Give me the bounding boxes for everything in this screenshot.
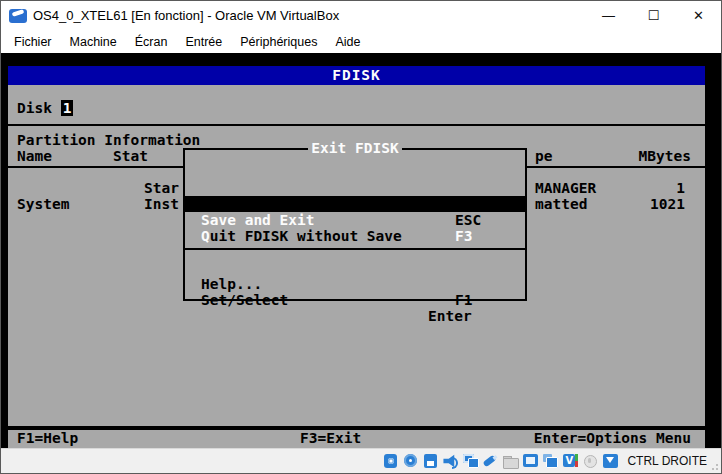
keyboard-capture-icon[interactable] [602, 453, 619, 469]
shortcut-key: F1 [455, 292, 472, 308]
fdisk-title: FDISK [8, 66, 705, 85]
usb-icon[interactable] [482, 453, 499, 469]
dialog-title: Exit FDISK [185, 140, 525, 156]
window-controls: — ☐ ✕ [586, 1, 721, 30]
host-statusbar: CTRL DROITE [1, 448, 721, 473]
shared-folder-icon[interactable] [502, 453, 519, 469]
footer-options-menu: Enter=Options Menu [534, 430, 691, 446]
close-button[interactable]: ✕ [676, 1, 721, 30]
network-icon[interactable] [462, 453, 479, 469]
floppy-icon[interactable] [422, 453, 439, 469]
menu-aide[interactable]: Aide [326, 32, 369, 52]
hotkey-letter: Q [201, 228, 210, 244]
row1-mbytes: 1 [535, 180, 685, 196]
minimize-button[interactable]: — [586, 1, 631, 30]
shortcut-key: F3 [455, 228, 472, 244]
shortcut-key: Enter [428, 308, 472, 324]
menu-fichier[interactable]: Fichier [5, 32, 61, 52]
separator-line [8, 124, 705, 126]
virtualbox-window: OS4_0_XTEL61 [En fonction] - Oracle VM V… [0, 0, 722, 474]
mouse-integration-icon[interactable] [582, 453, 599, 469]
window-titlebar[interactable]: OS4_0_XTEL61 [En fonction] - Oracle VM V… [1, 1, 721, 30]
resize-grip[interactable] [711, 463, 719, 471]
optical-disc-icon[interactable] [402, 453, 419, 469]
row1-status: Star [144, 180, 179, 196]
col-header-status: Stat [113, 148, 148, 164]
row2-mbytes: 1021 [535, 196, 685, 212]
display-icon[interactable] [522, 453, 539, 469]
audio-icon[interactable] [442, 453, 459, 469]
window-title: OS4_0_XTEL61 [En fonction] - Oracle VM V… [33, 8, 339, 23]
maximize-button[interactable]: ☐ [631, 1, 676, 30]
col-header-mbytes: MBytes [535, 148, 691, 164]
dialog-separator [185, 248, 525, 250]
menu-entree[interactable]: Entrée [176, 32, 231, 52]
menu-option-set-select[interactable]: Set/Select Enter [185, 276, 525, 292]
menu-option-quit[interactable]: Quit FDISK without Save [185, 212, 525, 228]
row2-status: Inst [144, 196, 179, 212]
virtualization-icon[interactable] [562, 453, 579, 469]
menubar: Fichier Machine Écran Entrée Périphériqu… [1, 30, 721, 53]
menu-ecran[interactable]: Écran [126, 32, 177, 52]
menu-option-save-exit[interactable]: Save and Exit F3 [185, 196, 525, 212]
menu-option-help[interactable]: Help... F1 [185, 260, 525, 276]
fdisk-screen: FDISK Disk 1 Partition Information Name … [8, 66, 705, 448]
clipboard-icon[interactable] [542, 453, 559, 469]
section-title: Partition Information [17, 132, 200, 148]
virtualbox-logo-icon [9, 9, 27, 23]
col-header-name: Name [17, 148, 52, 164]
disk-row: Disk 1 [17, 100, 73, 116]
disk-label: Disk [17, 100, 61, 116]
vm-display[interactable]: FDISK Disk 1 Partition Information Name … [1, 53, 721, 448]
disk-number: 1 [61, 100, 74, 116]
footer-help: F1=Help [17, 430, 78, 446]
row2-name: System [17, 196, 69, 212]
hard-disk-icon[interactable] [382, 453, 399, 469]
exit-fdisk-dialog: Exit FDISK Continue with FDISK ESC Save … [183, 148, 527, 301]
host-key-label: CTRL DROITE [627, 454, 707, 468]
menu-machine[interactable]: Machine [61, 32, 126, 52]
menu-peripheriques[interactable]: Périphériques [231, 32, 326, 52]
menu-option-continue[interactable]: Continue with FDISK ESC [185, 180, 525, 196]
footer-exit: F3=Exit [300, 430, 361, 446]
